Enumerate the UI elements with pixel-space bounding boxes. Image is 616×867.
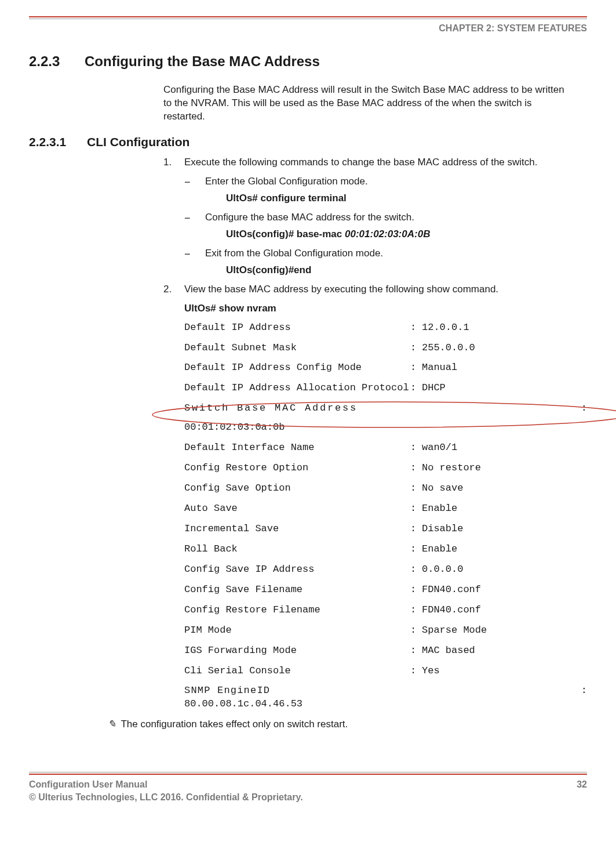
section-heading: 2.2.3Configuring the Base MAC Address	[29, 52, 587, 71]
content-body: 1. Execute the following commands to cha…	[163, 156, 587, 711]
header-rule-red	[29, 16, 587, 17]
output-value: 12.0.0.1	[422, 321, 587, 335]
output-row: Default IP Address Allocation Protocol:D…	[184, 382, 587, 395]
output-value: Disable	[422, 523, 587, 536]
output-row: Config Save Filename:FDN40.conf	[184, 583, 587, 597]
output-colon: :	[410, 342, 422, 355]
output-label: Config Restore Option	[184, 462, 410, 475]
footer-copyright: © Ulterius Technologies, LLC 2016. Confi…	[29, 791, 303, 804]
section-title: Configuring the Base MAC Address	[85, 53, 320, 69]
output-value: MAC based	[422, 644, 587, 658]
footer-manual-title: Configuration User Manual	[29, 778, 303, 791]
output-row: Auto Save:Enable	[184, 502, 587, 516]
output-row: Default IP Address Config Mode:Manual	[184, 361, 587, 375]
output-colon: :	[410, 502, 422, 516]
command-1b: UltOs(config)# base-mac 00:01:02:03:0A:0…	[226, 228, 587, 241]
output-value: No save	[422, 482, 587, 495]
output-colon: :	[410, 644, 422, 658]
dash-bullet: −	[184, 211, 191, 225]
dash-bullet: −	[184, 175, 191, 189]
svg-point-0	[152, 402, 616, 427]
output-value: No restore	[422, 462, 587, 475]
output-colon: :	[410, 604, 422, 617]
dash-bullet: −	[184, 247, 191, 261]
output-colon: :	[410, 482, 422, 495]
output-row: Config Restore Option:No restore	[184, 462, 587, 475]
command-show-nvram: UltOs# show nvram	[163, 302, 587, 315]
highlight-ellipse-icon	[150, 400, 616, 430]
output-value: DHCP	[422, 382, 587, 395]
output-label: Config Save IP Address	[184, 563, 410, 576]
note: ✎ The configuration takes effect only on…	[108, 718, 587, 731]
command-1a: UltOs# configure terminal	[226, 192, 587, 205]
footer: Configuration User Manual © Ulterius Tec…	[29, 778, 587, 803]
step-1: 1. Execute the following commands to cha…	[163, 156, 587, 169]
output-row: Default Interface Name:wan0/1	[184, 441, 587, 455]
output-row: Config Save Option:No save	[184, 482, 587, 495]
output-colon: :	[410, 361, 422, 375]
output-row: Incremental Save:Disable	[184, 523, 587, 536]
output-label: Incremental Save	[184, 523, 410, 536]
output-colon: :	[410, 543, 422, 556]
substep-text: Configure the base MAC address for the s…	[205, 212, 414, 223]
step-2: 2. View the base MAC address by executin…	[163, 283, 587, 296]
output-value: 0.0.0.0	[422, 563, 587, 576]
step-number: 1.	[163, 156, 172, 169]
output-label: Default IP Address	[184, 321, 410, 335]
section-number: 2.2.3	[29, 52, 85, 71]
substep-1b: − Configure the base MAC address for the…	[184, 211, 587, 241]
step-number: 2.	[163, 283, 172, 296]
output-label: IGS Forwarding Mode	[184, 644, 410, 658]
output-colon: :	[410, 523, 422, 536]
header-rule-grey	[29, 19, 587, 19]
highlighted-row-wrap: Switch Base MAC Address : 00:01:02:03:0a…	[184, 402, 587, 434]
cmd-prefix: UltOs(config)# base-mac	[226, 228, 345, 240]
output-value: 255.0.0.0	[422, 342, 587, 355]
output-label: Config Restore Filename	[184, 604, 410, 617]
output-value: Sparse Mode	[422, 624, 587, 637]
output-colon: :	[410, 665, 422, 678]
output-colon: :	[410, 321, 422, 335]
output-value: FDN40.conf	[422, 604, 587, 617]
output-colon: :	[410, 563, 422, 576]
footer-rule-red	[29, 774, 587, 775]
output-colon: :	[581, 684, 587, 698]
output-row: Default IP Address:12.0.0.1	[184, 321, 587, 335]
output-label: Default IP Address Allocation Protocol	[184, 382, 410, 395]
output-label: Config Save Option	[184, 482, 410, 495]
output-value: wan0/1	[422, 441, 587, 455]
subsection-heading: 2.2.3.1CLI Configuration	[29, 134, 587, 150]
output-row: IGS Forwarding Mode:MAC based	[184, 644, 587, 658]
subsection-number: 2.2.3.1	[29, 134, 87, 150]
substep-text: Enter the Global Configuration mode.	[205, 176, 368, 187]
substep-1a: − Enter the Global Configuration mode. U…	[184, 175, 587, 205]
output-label: Default IP Address Config Mode	[184, 361, 410, 375]
intro-paragraph: Configuring the Base MAC Address will re…	[163, 84, 569, 124]
output-value: Yes	[422, 665, 587, 678]
pencil-icon: ✎	[108, 719, 116, 730]
output-label: SNMP EngineID	[184, 684, 270, 698]
step-text: Execute the following commands to change…	[184, 157, 538, 168]
output-value: Enable	[422, 543, 587, 556]
output-label: Default Subnet Mask	[184, 342, 410, 355]
output-row: Config Restore Filename:FDN40.conf	[184, 604, 587, 617]
note-text: The configuration takes effect only on s…	[121, 719, 348, 730]
command-1c: UltOs(config)#end	[226, 264, 587, 277]
output-colon: :	[410, 624, 422, 637]
output-row: Cli Serial Console:Yes	[184, 665, 587, 678]
substep-1c: − Exit from the Global Configuration mod…	[184, 247, 587, 277]
output-row: PIM Mode:Sparse Mode	[184, 624, 587, 637]
footer-rule-grey	[29, 772, 587, 772]
step-text: View the base MAC address by executing t…	[184, 284, 498, 295]
output-colon: :	[410, 441, 422, 455]
output-label: PIM Mode	[184, 624, 410, 637]
output-row: Roll Back:Enable	[184, 543, 587, 556]
output-colon: :	[410, 382, 422, 395]
output-label: Config Save Filename	[184, 583, 410, 597]
subsection-title: CLI Configuration	[87, 135, 189, 148]
output-label: Default Interface Name	[184, 441, 410, 455]
output-colon: :	[410, 462, 422, 475]
output-row: Config Save IP Address:0.0.0.0	[184, 563, 587, 576]
cmd-param: 00:01:02:03:0A:0B	[345, 228, 430, 240]
cli-output: Default IP Address:12.0.0.1Default Subne…	[184, 321, 587, 712]
